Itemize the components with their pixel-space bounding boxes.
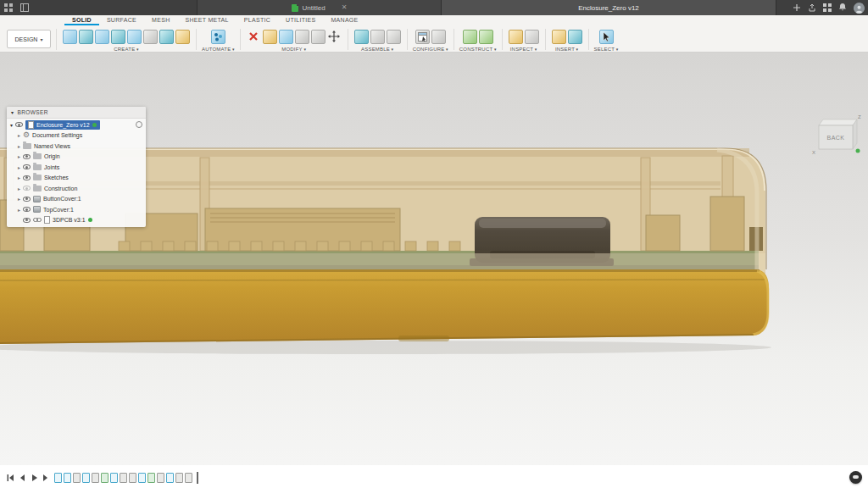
expander-icon[interactable] <box>18 143 20 149</box>
measure-icon[interactable] <box>509 30 523 44</box>
visibility-eye-icon[interactable] <box>23 197 31 202</box>
timeline-feature-icon[interactable] <box>175 473 183 483</box>
collapse-panel-icon[interactable] <box>11 109 14 115</box>
coil-icon[interactable] <box>175 30 190 44</box>
app-grid-icon[interactable] <box>4 0 13 15</box>
new-document-plus-icon[interactable] <box>793 0 801 15</box>
close-tab-icon[interactable] <box>342 4 348 11</box>
expander-icon[interactable] <box>18 186 20 191</box>
visibility-eye-icon[interactable] <box>23 164 31 169</box>
tab-sheet-metal[interactable]: SHEET METAL <box>178 15 236 25</box>
user-avatar[interactable] <box>854 3 865 14</box>
browser-item-joints[interactable]: Joints <box>7 162 146 173</box>
notifications-bell-icon[interactable] <box>838 0 847 15</box>
timeline-playhead[interactable] <box>197 472 198 484</box>
select-group-label[interactable]: SELECT <box>594 47 619 52</box>
fillet-icon[interactable] <box>279 30 293 44</box>
timeline-feature-icon[interactable] <box>54 473 62 483</box>
timeline-step-back-button[interactable] <box>17 473 26 482</box>
expander-icon[interactable] <box>18 153 20 159</box>
assistant-button[interactable] <box>849 471 862 484</box>
data-panel-icon[interactable] <box>20 0 29 15</box>
timeline-feature-icon[interactable] <box>138 473 146 483</box>
assemble-new-component-icon[interactable] <box>354 30 369 44</box>
timeline-step-forward-button[interactable] <box>41 473 50 482</box>
visibility-eye-icon-off[interactable] <box>23 186 31 191</box>
timeline-feature-icon[interactable] <box>64 473 71 483</box>
expander-icon[interactable] <box>18 207 20 213</box>
delete-icon[interactable] <box>247 30 261 44</box>
revolve-icon[interactable] <box>111 30 125 44</box>
browser-item-root[interactable]: Enclosure_Zero v12 <box>7 119 146 130</box>
extensions-grid-icon[interactable] <box>823 0 832 15</box>
timeline-feature-icon[interactable] <box>185 473 192 483</box>
document-tab-untitled[interactable]: Untitled <box>197 0 442 15</box>
timeline-feature-icon[interactable] <box>101 473 108 483</box>
combine-icon[interactable] <box>311 30 326 44</box>
3d-viewport[interactable]: BROWSER Enclosure_Zero v12 Document Sett… <box>0 53 868 465</box>
timeline-feature-icon[interactable] <box>166 473 174 483</box>
activate-component-radio[interactable] <box>136 121 142 128</box>
viewcube-face-label[interactable]: BACK <box>826 135 844 141</box>
tab-surface[interactable]: SURFACE <box>99 15 144 25</box>
document-tab-enclosure[interactable]: Enclosure_Zero v12 <box>441 0 776 15</box>
timeline-feature-icon[interactable] <box>129 473 136 483</box>
tab-manage[interactable]: MANAGE <box>323 15 365 25</box>
sweep-icon[interactable] <box>127 30 142 44</box>
create-group-label[interactable]: CREATE <box>114 47 138 52</box>
visibility-eye-icon[interactable] <box>23 218 31 223</box>
timeline-feature-icon[interactable] <box>120 473 127 483</box>
inspect-group-label[interactable]: INSPECT <box>510 47 537 52</box>
section-analysis-icon[interactable] <box>525 30 539 44</box>
visibility-eye-icon[interactable] <box>23 154 31 159</box>
viewcube[interactable]: BACK Z X <box>810 112 863 158</box>
timeline-play-button[interactable] <box>29 473 38 482</box>
as-built-joint-icon[interactable] <box>387 30 401 44</box>
assemble-group-label[interactable]: ASSEMBLE <box>361 47 393 52</box>
timeline-skip-start-button[interactable] <box>5 473 14 482</box>
timeline-feature-icon[interactable] <box>147 473 155 483</box>
timeline-feature-icon[interactable] <box>157 473 164 483</box>
browser-item-3dpcb[interactable]: 3DPCB v3:1 <box>7 215 146 226</box>
construct-group-label[interactable]: CONSTRUCT <box>459 47 497 52</box>
shell-icon[interactable] <box>295 30 309 44</box>
timeline-feature-icon[interactable] <box>73 473 81 483</box>
tab-utilities[interactable]: UTILITIES <box>278 15 323 25</box>
expander-icon[interactable] <box>18 164 20 170</box>
joint-icon[interactable] <box>370 30 385 44</box>
insert-mesh-icon[interactable] <box>568 30 582 44</box>
modify-group-label[interactable]: MODIFY <box>281 47 306 52</box>
expander-icon[interactable] <box>18 175 20 180</box>
offset-plane-icon[interactable] <box>479 30 493 44</box>
tab-solid[interactable]: SOLID <box>64 15 99 25</box>
browser-item-named-views[interactable]: Named Views <box>7 141 146 152</box>
expander-icon[interactable] <box>10 122 13 128</box>
create-sketch-icon[interactable] <box>63 30 77 44</box>
share-icon[interactable] <box>808 0 816 15</box>
insert-group-label[interactable]: INSERT <box>555 47 578 52</box>
visibility-eye-icon[interactable] <box>15 122 23 127</box>
press-pull-icon[interactable] <box>263 30 277 44</box>
select-cursor-icon[interactable] <box>599 30 614 44</box>
tab-mesh[interactable]: MESH <box>144 15 177 25</box>
expander-icon[interactable] <box>18 132 20 138</box>
extrude-icon[interactable] <box>95 30 109 44</box>
design-workspace-button[interactable]: DESIGN <box>7 30 51 48</box>
visibility-eye-icon[interactable] <box>23 175 31 180</box>
browser-header[interactable]: BROWSER <box>7 107 146 119</box>
timeline-feature-icon[interactable] <box>110 473 118 483</box>
configuration-table-icon[interactable] <box>431 30 446 44</box>
loft-icon[interactable] <box>143 30 158 44</box>
automate-group-label[interactable]: AUTOMATE <box>202 47 235 52</box>
bottom-case[interactable] <box>0 269 769 344</box>
configuration-icon[interactable] <box>415 30 430 44</box>
new-component-icon[interactable] <box>79 30 93 44</box>
viewcube-top-face[interactable] <box>819 119 857 125</box>
automate-icon[interactable] <box>211 30 225 44</box>
browser-item-topcover[interactable]: TopCover:1 <box>7 204 146 215</box>
move-copy-icon[interactable] <box>327 30 342 44</box>
timeline-feature-icon[interactable] <box>82 473 90 483</box>
expander-icon[interactable] <box>18 196 20 202</box>
configure-group-label[interactable]: CONFIGURE <box>413 47 448 52</box>
tab-plastic[interactable]: PLASTIC <box>236 15 278 25</box>
